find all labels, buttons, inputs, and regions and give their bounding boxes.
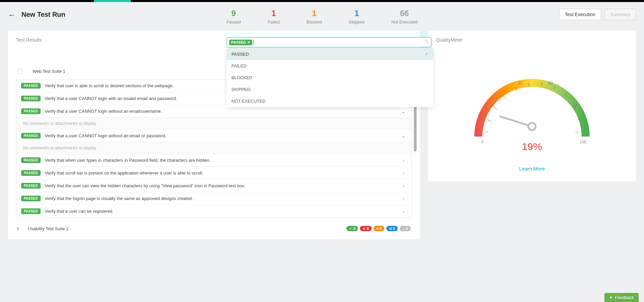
stat-notexec-value: 66: [391, 9, 418, 18]
gauge-needle: [500, 116, 536, 130]
expand-icon[interactable]: I: [17, 226, 19, 231]
megaphone-icon: ✦: [609, 295, 613, 300]
quality-meter-panel: QualityMeter: [428, 31, 636, 182]
dropdown-option-notexec[interactable]: NOT EXECUTED: [227, 95, 433, 107]
pill-notexec: ○6: [400, 226, 411, 231]
filter-chip-passed[interactable]: PASSED ✕: [229, 40, 252, 45]
svg-text:20: 20: [490, 103, 495, 108]
dropdown-option-passed[interactable]: PASSED ✓: [227, 48, 433, 60]
chevron-right-icon[interactable]: ›: [400, 158, 407, 163]
svg-point-0: [425, 40, 428, 43]
test-desc: Verify that a user CANNOT login without …: [45, 109, 162, 114]
stat-failed-value: 1: [268, 9, 279, 18]
test-desc: Verify that a user CANNOT login without …: [45, 133, 166, 138]
stat-notexec-label: Not Executed: [391, 19, 418, 24]
stat-skipped-label: Skipped: [349, 19, 365, 24]
suite-header-2[interactable]: I Usability Test Suite 1 ✓0 ✕0 ⦸0 ⟲0 ○6: [16, 221, 412, 233]
pill-failed: ✕0: [360, 226, 371, 231]
dropdown-option-blocked[interactable]: BLOCKED: [227, 72, 433, 84]
text-caret: [254, 40, 254, 45]
test-row[interactable]: PASSED Verify that a user CANNOT login w…: [16, 129, 412, 142]
chevron-right-icon[interactable]: ›: [400, 183, 407, 189]
block-icon: ⦸: [376, 226, 378, 231]
svg-line-20: [500, 116, 532, 127]
stat-blocked-label: Blocked: [307, 19, 322, 24]
test-row[interactable]: PASSED Verify that the Signin page is vi…: [16, 192, 412, 205]
svg-text:80: 80: [573, 103, 577, 108]
x-circle-icon: ✕: [363, 227, 365, 231]
no-comment-note: No comment/s or attachment/s to display.: [16, 117, 412, 129]
svg-line-3: [488, 120, 492, 121]
svg-text:40: 40: [518, 81, 523, 86]
quality-meter-title: QualityMeter: [436, 37, 628, 43]
status-badge: PASSED: [21, 170, 41, 176]
status-badge: PASSED: [21, 183, 41, 189]
no-comment-note: No comment/s or attachment/s to display.: [16, 142, 412, 154]
status-badge: PASSED: [21, 208, 41, 214]
svg-point-21: [528, 123, 536, 130]
suite-name-1: Web Test Suite 1: [33, 69, 65, 74]
filter-dropdown: PASSED ✓ FAILED BLOCKED SKIPPED NOT EXEC…: [227, 48, 433, 107]
skip-icon: ⟲: [389, 227, 392, 231]
suite-name-2: Usability Test Suite 1: [28, 226, 68, 231]
learn-more-link[interactable]: Learn More: [519, 166, 545, 171]
test-row[interactable]: PASSED Verify that the user can view the…: [16, 179, 412, 192]
test-results-panel: Test Results PASSED ✕ PASSED ✓: [8, 31, 420, 239]
stat-notexec[interactable]: 66 Not Executed: [391, 9, 418, 24]
status-badge: PASSED: [21, 108, 41, 114]
svg-line-2: [485, 131, 488, 133]
status-badge: PASSED: [21, 133, 41, 139]
pill-skipped: ⟲0: [386, 226, 398, 231]
chevron-right-icon[interactable]: ›: [400, 196, 407, 201]
filter-chip-label: PASSED: [231, 40, 246, 44]
status-badge: PASSED: [21, 157, 41, 163]
chevron-right-icon[interactable]: ›: [400, 209, 407, 214]
feedback-button[interactable]: ✦ Feedback: [604, 293, 639, 302]
stat-passed[interactable]: 9 Passed: [226, 9, 241, 24]
stat-passed-value: 9: [226, 9, 241, 18]
test-row[interactable]: PASSED Verify that a user can be registe…: [16, 205, 412, 217]
svg-text:0: 0: [481, 140, 484, 144]
stat-skipped-value: 1: [349, 9, 365, 18]
search-icon[interactable]: [425, 40, 429, 45]
stat-failed-label: Failed: [268, 19, 279, 24]
chevron-right-icon[interactable]: ›: [400, 170, 407, 176]
test-desc: Verify that when user types in character…: [45, 158, 210, 163]
tab-test-execution[interactable]: Test Execution: [559, 9, 601, 20]
stat-blocked[interactable]: 1 Blocked: [307, 9, 322, 24]
chevron-down-icon[interactable]: ⌄: [400, 109, 407, 114]
pill-passed: ✓0: [346, 226, 358, 231]
svg-text:100: 100: [580, 140, 586, 144]
stats-bar: 9 Passed 1 Failed 1 Blocked 1 Skipped 66…: [226, 9, 418, 24]
test-desc: Verify that user is able to scroll to de…: [45, 83, 173, 88]
gauge-chart: 0 20 40 60 80 100: [462, 53, 602, 153]
dropdown-option-failed[interactable]: FAILED: [227, 60, 433, 72]
status-badge: PASSED: [21, 196, 41, 201]
page-title: New Test Run: [21, 11, 65, 18]
svg-line-13: [576, 131, 579, 133]
filter-input[interactable]: PASSED ✕: [227, 37, 431, 47]
test-desc: Verify that a user can be registered.: [45, 209, 113, 214]
test-desc: Verify that the user can view the hidden…: [45, 183, 245, 188]
chip-remove-icon[interactable]: ✕: [247, 40, 250, 45]
svg-line-1: [427, 42, 428, 43]
svg-text:60: 60: [548, 81, 553, 86]
stat-skipped[interactable]: 1 Skipped: [349, 9, 365, 24]
back-arrow-icon[interactable]: ←: [8, 11, 15, 19]
suite-checkbox[interactable]: [17, 69, 22, 74]
pill-blocked: ⦸0: [374, 226, 384, 231]
test-row[interactable]: PASSED Verify that when user types in ch…: [16, 154, 412, 166]
test-desc: Verify that the Signin page is visually …: [45, 196, 193, 201]
dropdown-option-skipped[interactable]: SKIPPED: [227, 84, 433, 95]
test-desc: Verify that scroll bar is present on the…: [45, 170, 203, 175]
chevron-down-icon[interactable]: ⌄: [400, 133, 407, 139]
circle-icon: ○: [402, 227, 405, 231]
check-icon: ✓: [425, 51, 429, 57]
test-desc: Verify that a user CANNOT login with an …: [45, 96, 177, 101]
stat-failed[interactable]: 1 Failed: [268, 9, 279, 24]
status-badge: PASSED: [21, 83, 41, 89]
svg-line-5: [503, 96, 506, 99]
test-row[interactable]: PASSED Verify that scroll bar is present…: [16, 166, 412, 179]
tab-summary[interactable]: Summary: [604, 9, 636, 20]
stat-blocked-value: 1: [307, 9, 322, 18]
